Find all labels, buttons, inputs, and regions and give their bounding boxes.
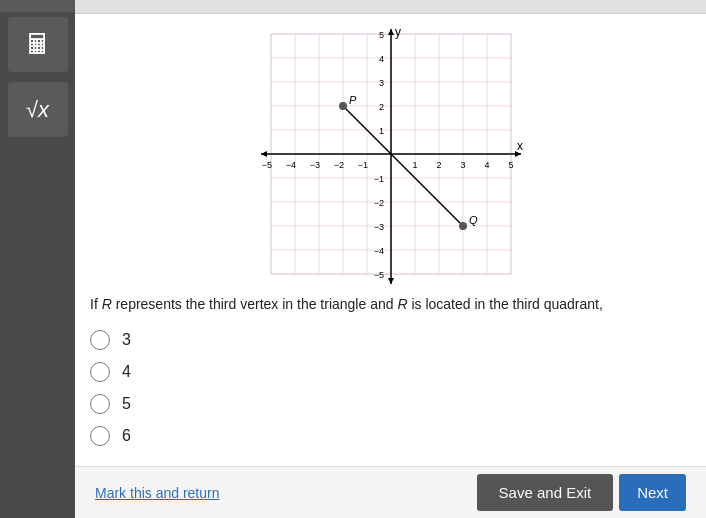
top-nav-bar <box>75 0 706 14</box>
radio-option-3[interactable] <box>90 330 110 350</box>
question-text: If R represents the third vertex in the … <box>90 294 691 315</box>
svg-text:3: 3 <box>460 160 465 170</box>
svg-text:−5: −5 <box>373 270 383 280</box>
sidebar-top-bar <box>0 0 75 12</box>
sidebar-item-formula[interactable]: √x <box>8 82 68 137</box>
main-content: x y −5 −4 −3 −2 −1 1 2 3 4 5 5 4 3 2 <box>75 0 706 518</box>
answer-options: 3 4 5 6 <box>90 330 691 446</box>
italic-r1: R <box>102 296 112 312</box>
y-axis-label: y <box>395 25 401 39</box>
option-item: 4 <box>90 362 691 382</box>
radio-option-5[interactable] <box>90 394 110 414</box>
option-label-5: 5 <box>122 395 131 413</box>
radio-option-6[interactable] <box>90 426 110 446</box>
svg-text:2: 2 <box>378 102 383 112</box>
option-item: 5 <box>90 394 691 414</box>
italic-r2: R <box>397 296 407 312</box>
svg-text:−1: −1 <box>373 174 383 184</box>
option-label-3: 3 <box>122 331 131 349</box>
svg-text:−2: −2 <box>373 198 383 208</box>
svg-text:2: 2 <box>436 160 441 170</box>
svg-text:−4: −4 <box>285 160 295 170</box>
sidebar-item-calculator[interactable]: 🖩 <box>8 17 68 72</box>
svg-text:5: 5 <box>508 160 513 170</box>
svg-text:−2: −2 <box>333 160 343 170</box>
point-p-label: P <box>349 94 357 106</box>
svg-text:1: 1 <box>378 126 383 136</box>
formula-icon: √x <box>26 97 49 123</box>
point-q-label: Q <box>469 214 478 226</box>
x-axis-label: x <box>517 139 523 153</box>
point-q <box>459 222 467 230</box>
content-area: x y −5 −4 −3 −2 −1 1 2 3 4 5 5 4 3 2 <box>75 14 706 466</box>
save-exit-button[interactable]: Save and Exit <box>477 474 614 511</box>
svg-marker-27 <box>388 29 394 35</box>
sidebar: 🖩 √x <box>0 0 75 518</box>
svg-text:3: 3 <box>378 78 383 88</box>
coordinate-graph: x y −5 −4 −3 −2 −1 1 2 3 4 5 5 4 3 2 <box>251 24 531 284</box>
option-item: 3 <box>90 330 691 350</box>
option-label-4: 4 <box>122 363 131 381</box>
radio-option-4[interactable] <box>90 362 110 382</box>
svg-text:4: 4 <box>484 160 489 170</box>
svg-text:4: 4 <box>378 54 383 64</box>
svg-text:−3: −3 <box>309 160 319 170</box>
calculator-icon: 🖩 <box>24 28 52 61</box>
next-button[interactable]: Next <box>619 474 686 511</box>
svg-text:5: 5 <box>378 30 383 40</box>
point-p <box>339 102 347 110</box>
option-item: 6 <box>90 426 691 446</box>
svg-text:−3: −3 <box>373 222 383 232</box>
option-label-6: 6 <box>122 427 131 445</box>
bottom-bar: Mark this and return Save and Exit Next <box>75 466 706 518</box>
mark-return-button[interactable]: Mark this and return <box>95 485 220 501</box>
svg-marker-28 <box>388 278 394 284</box>
svg-text:−4: −4 <box>373 246 383 256</box>
svg-marker-26 <box>261 151 267 157</box>
graph-container: x y −5 −4 −3 −2 −1 1 2 3 4 5 5 4 3 2 <box>90 24 691 284</box>
svg-text:−5: −5 <box>261 160 271 170</box>
svg-text:−1: −1 <box>357 160 367 170</box>
bottom-right-buttons: Save and Exit Next <box>477 474 686 511</box>
svg-text:1: 1 <box>412 160 417 170</box>
